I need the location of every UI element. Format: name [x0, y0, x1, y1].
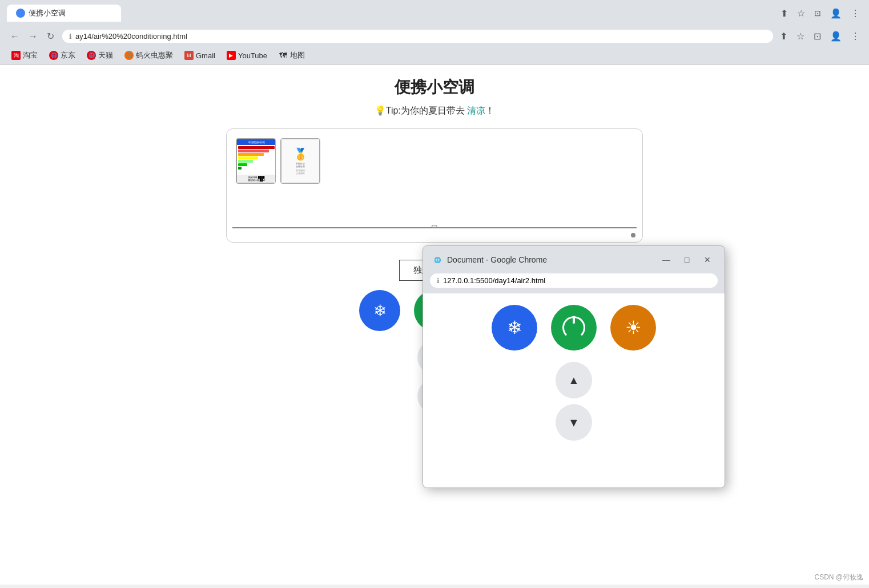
- image-gallery: 中国能效标识 能效等级 ████ 额定制冷量 ██W: [226, 128, 643, 243]
- profile-icon: 👤: [830, 9, 842, 18]
- popup-title-left: 🌐 Document - Google Chrome: [432, 255, 547, 265]
- bookmark-icon-btn[interactable]: ☆: [795, 6, 807, 21]
- share-icon-btn[interactable]: ⬆: [778, 6, 790, 21]
- back-button[interactable]: ←: [7, 29, 23, 44]
- jd-favicon: 🌐: [49, 51, 58, 60]
- minimize-icon: —: [662, 255, 670, 264]
- tip-link[interactable]: 清凉: [467, 106, 485, 115]
- popup-minimize-button[interactable]: —: [658, 252, 674, 268]
- energy-label-bottom: 能效等级 ████ 额定制冷量 ██W: [237, 175, 276, 183]
- bookmark-youtube[interactable]: ▶ YouTube: [222, 49, 272, 62]
- bookmark-maps-label: 地图: [290, 50, 305, 61]
- popup-security-icon: ℹ: [437, 277, 440, 285]
- popup-arrow-buttons: ▲ ▼: [434, 362, 713, 441]
- browser-tab[interactable]: 便携小空调: [7, 5, 121, 22]
- watermark-text: CSDN @何妆逸: [814, 573, 863, 581]
- popup-arrow-up-icon: ▲: [568, 374, 580, 387]
- popup-title-text: Document - Google Chrome: [447, 255, 547, 264]
- popup-titlebar: 🌐 Document - Google Chrome — □ ✕: [423, 246, 725, 273]
- cool-button[interactable]: ❄: [359, 290, 400, 331]
- window-controls: ⬆ ☆ ⊡ 👤 ⋮: [778, 6, 862, 21]
- bookmarks-bar: 淘 淘宝 🌐 京东 🌐 天猫 🌐 蚂火虫惠聚 M Gmail ▶ YouTube…: [0, 46, 869, 65]
- page-title: 便携小空调: [11, 76, 858, 98]
- security-icon: ℹ: [69, 33, 72, 41]
- cert-icon: 🥇: [293, 147, 308, 161]
- gallery-image-1[interactable]: 中国能效标识 能效等级 ████ 额定制冷量 ██W: [236, 138, 276, 184]
- address-bar[interactable]: ℹ ay14/air%20%20conditioning.html: [62, 30, 773, 43]
- youtube-favicon: ▶: [227, 51, 236, 60]
- browser-chrome: 便携小空调 ⬆ ☆ ⊡ 👤 ⋮ ← → ↻: [0, 0, 869, 65]
- bookmark-jd[interactable]: 🌐 京东: [45, 49, 80, 62]
- star-icon: ☆: [797, 9, 805, 18]
- close-icon: ✕: [704, 255, 711, 264]
- bookmark-maps[interactable]: 🗺 地图: [274, 49, 309, 62]
- bookmark-huiju-label: 蚂火虫惠聚: [136, 50, 173, 61]
- popup-maximize-button[interactable]: □: [679, 252, 695, 268]
- gallery-image-2[interactable]: 🥇 节能认证合格证书 型号规格认证编号: [280, 138, 320, 184]
- popup-address-bar[interactable]: ℹ 127.0.0.1:5500/day14/air2.html: [430, 273, 718, 288]
- energy-label-header: 中国能效标识: [237, 139, 276, 145]
- popup-sun-button[interactable]: ☀: [610, 305, 656, 351]
- popup-power-button[interactable]: [551, 305, 597, 351]
- menu-icon: ⋮: [851, 9, 860, 18]
- popup-window: 🌐 Document - Google Chrome — □ ✕ ℹ 127.0…: [423, 245, 725, 488]
- tab-title: 便携小空调: [29, 8, 66, 18]
- refresh-button[interactable]: ↻: [43, 29, 58, 44]
- cert-text: 节能认证合格证书: [296, 162, 305, 168]
- energy-label: 中国能效标识 能效等级 ████ 额定制冷量 ██W: [236, 139, 276, 183]
- cert-image: 🥇 节能认证合格证书 型号规格认证编号: [281, 139, 320, 183]
- browser-titlebar: 便携小空调 ⬆ ☆ ⊡ 👤 ⋮: [0, 0, 869, 26]
- popup-arrow-down-button[interactable]: ▼: [556, 404, 592, 441]
- bookmark-youtube-label: YouTube: [238, 51, 267, 60]
- favorites-btn[interactable]: ☆: [794, 29, 807, 44]
- taobao-favicon: 淘: [11, 51, 21, 60]
- menu-icon-btn[interactable]: ⋮: [848, 6, 862, 21]
- tmall-favicon: 🌐: [87, 51, 96, 60]
- tip-text: 💡Tip:为你的夏日带去 清凉！: [11, 105, 858, 117]
- maximize-icon: □: [685, 255, 689, 264]
- bookmark-gmail[interactable]: M Gmail: [180, 49, 220, 62]
- sidebar-icon-btn[interactable]: ⊡: [812, 6, 823, 21]
- gallery-scroll-indicator: [631, 233, 635, 237]
- profile-icon-btn[interactable]: 👤: [828, 6, 844, 21]
- bookmark-tmall-label: 天猫: [98, 50, 113, 61]
- bookmark-huiju[interactable]: 🌐 蚂火虫惠聚: [120, 49, 178, 62]
- gmail-favicon: M: [184, 51, 194, 60]
- bookmark-jd-label: 京东: [61, 50, 75, 61]
- bookmark-tmall[interactable]: 🌐 天猫: [82, 49, 118, 62]
- popup-power-icon: [562, 316, 585, 339]
- popup-page-content: ❄ ☀ ▲ ▼: [423, 293, 725, 488]
- user-profile-btn[interactable]: 👤: [828, 29, 844, 44]
- watermark: CSDN @何妆逸: [814, 573, 863, 582]
- address-text: ay14/air%20%20conditioning.html: [75, 32, 766, 41]
- bookmark-gmail-label: Gmail: [196, 51, 215, 60]
- tab-favicon: [16, 9, 25, 18]
- sidebar-icon: ⊡: [814, 9, 821, 18]
- nav-buttons: ← → ↻: [7, 29, 58, 44]
- energy-bars: [237, 145, 276, 175]
- huiju-favicon: 🌐: [124, 51, 134, 60]
- popup-arrow-up-button[interactable]: ▲: [556, 362, 592, 398]
- popup-controls-row: ❄ ☀: [434, 305, 713, 351]
- popup-cool-button[interactable]: ❄: [492, 305, 537, 351]
- gallery-resize-handle[interactable]: ⇔: [431, 221, 438, 231]
- share-btn[interactable]: ⬆: [778, 29, 790, 44]
- popup-title-icon: 🌐: [432, 255, 442, 265]
- popup-window-controls: — □ ✕: [658, 252, 715, 268]
- tip-suffix: ！: [485, 106, 494, 115]
- popup-arrow-down-icon: ▼: [568, 416, 580, 429]
- forward-button[interactable]: →: [25, 29, 41, 44]
- bookmark-taobao-label: 淘宝: [23, 50, 38, 61]
- split-screen-btn[interactable]: ⊡: [811, 29, 823, 44]
- maps-favicon: 🗺: [279, 51, 288, 60]
- popup-close-button[interactable]: ✕: [699, 252, 715, 268]
- share-icon: ⬆: [781, 9, 788, 18]
- bookmark-taobao[interactable]: 淘 淘宝: [7, 49, 42, 62]
- browser-toolbar: ← → ↻ ℹ ay14/air%20%20conditioning.html …: [0, 26, 869, 46]
- popup-sun-icon: ☀: [625, 317, 642, 339]
- gallery-images: 中国能效标识 能效等级 ████ 额定制冷量 ██W: [236, 138, 633, 184]
- tip-prefix: 💡Tip:为你的夏日带去: [375, 106, 468, 115]
- more-options-btn[interactable]: ⋮: [848, 29, 862, 44]
- popup-snowflake-icon: ❄: [507, 317, 522, 339]
- popup-address-text: 127.0.0.1:5500/day14/air2.html: [443, 276, 545, 285]
